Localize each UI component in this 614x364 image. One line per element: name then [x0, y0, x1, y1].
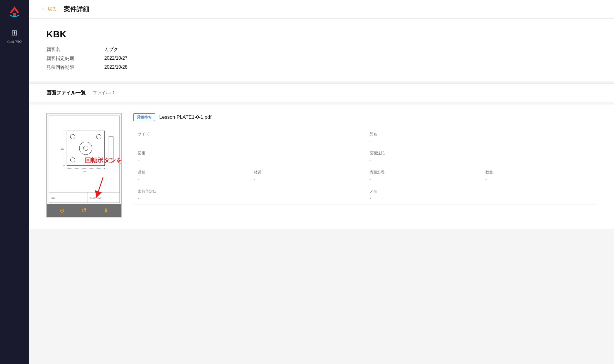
drawing-svg: 120 130	[47, 114, 122, 217]
detail-cell-drawing-no: 図番 -	[133, 147, 365, 166]
app-logo-icon	[7, 5, 22, 18]
quote-deadline-value: 2022/10/28	[104, 65, 597, 71]
file-name: Lesson PLATE1-0-1.pdf	[159, 114, 211, 120]
file-section-title: 図面ファイル一覧	[46, 89, 86, 96]
calculator-icon: ⊞	[11, 28, 18, 37]
ship-date-label: 出荷予定日	[138, 189, 360, 194]
type-label: 品種	[138, 170, 244, 175]
size-value: -	[138, 138, 360, 143]
delivery-value: 2022/10/27	[104, 56, 597, 62]
detail-cell-drawing-note: 図面注記 -	[365, 147, 597, 166]
detail-cell-type: 品種 -	[133, 166, 249, 185]
quantity-value: -	[485, 177, 592, 182]
file-item-row: 120 130	[46, 113, 597, 217]
memo-value: -	[370, 196, 592, 201]
customer-value: カブク	[104, 47, 597, 53]
file-item-section: 120 130	[29, 105, 614, 229]
detail-cell-material: 材質 -	[249, 166, 365, 185]
product-name-value: -	[370, 138, 592, 143]
memo-label: メモ	[370, 189, 592, 194]
detail-cell-quantity: 数量 -	[481, 166, 597, 185]
project-info-table: 顧客名 カブク 顧客指定納期 2022/10/27 見積回答期限 2022/10…	[46, 47, 597, 71]
detail-cell-product-name: 品名 -	[365, 128, 597, 147]
content-area: KBK 顧客名 カブク 顧客指定納期 2022/10/27 見積回答期限 202…	[29, 19, 614, 364]
zoom-in-button[interactable]: ⊕	[60, 207, 65, 214]
svg-point-8	[96, 134, 101, 139]
file-name-row: 見積待ち Lesson PLATE1-0-1.pdf	[133, 113, 597, 121]
back-arrow-icon: ←	[41, 6, 46, 12]
size-label: サイズ	[138, 131, 360, 137]
svg-point-7	[70, 134, 75, 139]
svg-point-10	[96, 158, 101, 162]
material-value: -	[254, 177, 360, 182]
svg-point-12	[83, 146, 88, 151]
back-button[interactable]: ← 戻る	[41, 6, 57, 12]
detail-cell-surface: 表面処理 -	[365, 166, 481, 185]
details-grid: サイズ - 品名 - 図番 - 図面注記	[133, 128, 597, 204]
svg-marker-0	[9, 6, 20, 13]
product-name-label: 品名	[370, 131, 592, 137]
ship-date-value: -	[138, 196, 360, 201]
svg-text:PLATE1-0-1: PLATE1-0-1	[90, 197, 101, 199]
sidebar: ⊞ Cost PRO	[0, 0, 29, 364]
delivery-label: 顧客指定納期	[46, 56, 98, 62]
drawing-no-label: 図番	[138, 151, 360, 156]
page-header: ← 戻る 案件詳細	[29, 0, 614, 19]
main-content: ← 戻る 案件詳細 KBK 顧客名 カブク 顧客指定納期 2022/10/27 …	[29, 0, 614, 364]
file-details: 見積待ち Lesson PLATE1-0-1.pdf サイズ - 品名 -	[133, 113, 597, 204]
status-badge: 見積待ち	[133, 113, 155, 121]
back-label: 戻る	[47, 6, 57, 12]
quote-deadline-label: 見積回答期限	[46, 65, 98, 71]
drawing-no-value: -	[138, 158, 360, 162]
sidebar-item-label: Cost PRO	[7, 40, 22, 44]
svg-rect-19	[109, 137, 113, 163]
customer-label: 顧客名	[46, 47, 98, 53]
svg-text:120: 120	[61, 148, 64, 150]
material-label: 材質	[254, 170, 360, 175]
sidebar-item-cost-pro[interactable]: ⊞ Cost PRO	[0, 23, 29, 47]
svg-text:130: 130	[83, 171, 86, 173]
detail-cell-memo: メモ -	[365, 185, 597, 204]
svg-text:KBK: KBK	[51, 197, 55, 199]
logo-container	[0, 0, 29, 23]
blueprint-container: 120 130	[46, 113, 122, 217]
blueprint-preview: 120 130	[46, 113, 122, 217]
drawing-note-value: -	[370, 158, 592, 162]
project-name: KBK	[46, 29, 597, 40]
blueprint-toolbar: ⊕ ↺ ⬇	[47, 204, 121, 217]
file-section-header: 図面ファイル一覧 ファイル: 1	[29, 83, 614, 102]
svg-point-9	[70, 158, 75, 162]
quantity-label: 数量	[485, 170, 592, 175]
surface-value: -	[370, 177, 476, 182]
type-value: -	[138, 177, 244, 182]
page-title: 案件詳細	[64, 5, 89, 14]
detail-cell-ship-date: 出荷予定日 -	[133, 185, 365, 204]
detail-cell-size: サイズ -	[133, 128, 365, 147]
rotate-button[interactable]: ↺	[81, 207, 87, 214]
file-count: ファイル: 1	[93, 90, 115, 96]
project-info-section: KBK 顧客名 カブク 顧客指定納期 2022/10/27 見積回答期限 202…	[29, 19, 614, 81]
download-button[interactable]: ⬇	[104, 207, 108, 214]
drawing-note-label: 図面注記	[370, 151, 592, 156]
svg-rect-4	[49, 192, 120, 203]
surface-label: 表面処理	[370, 170, 476, 175]
